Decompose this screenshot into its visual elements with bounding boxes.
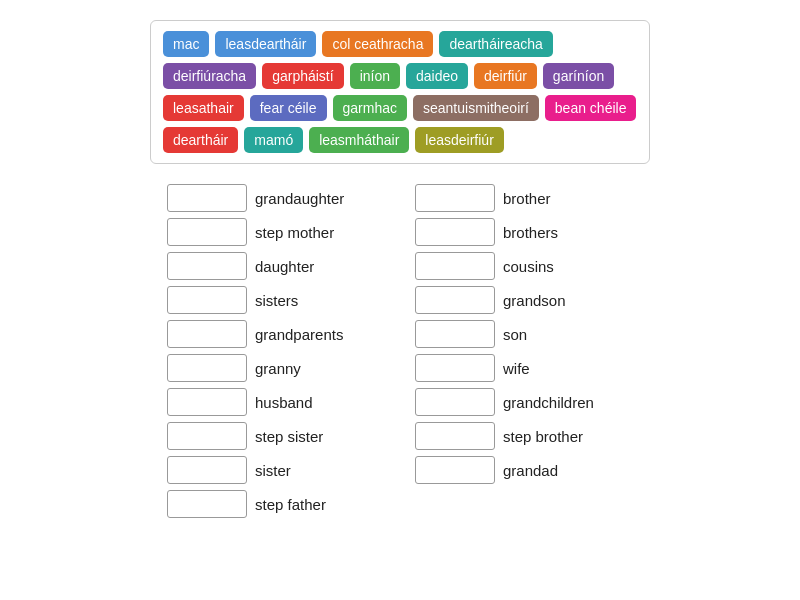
answer-box-stepbrother[interactable]	[415, 422, 495, 450]
match-label-stepsister: step sister	[255, 428, 385, 445]
word-bank: macleasdeartháircol ceathrachadeartháire…	[150, 20, 650, 164]
tag-fear_ceile[interactable]: fear céile	[250, 95, 327, 121]
answer-box-wife[interactable]	[415, 354, 495, 382]
match-label-son: son	[503, 326, 633, 343]
tag-garmhac[interactable]: garmhac	[333, 95, 407, 121]
tag-garphaisti[interactable]: garpháistí	[262, 63, 343, 89]
answer-box-grandson[interactable]	[415, 286, 495, 314]
match-label-grandparents: grandparents	[255, 326, 385, 343]
match-label-cousins: cousins	[503, 258, 633, 275]
match-row-brothers: brothers	[415, 218, 633, 246]
tag-daideo[interactable]: daideo	[406, 63, 468, 89]
match-label-daughter: daughter	[255, 258, 385, 275]
answer-box-son[interactable]	[415, 320, 495, 348]
answer-box-cousins[interactable]	[415, 252, 495, 280]
match-label-stepmother: step mother	[255, 224, 385, 241]
match-label-grandad: grandad	[503, 462, 633, 479]
match-row-husband: husband	[167, 388, 385, 416]
match-label-brothers: brothers	[503, 224, 633, 241]
match-row-granddaughter: grandaughter	[167, 184, 385, 212]
match-row-grandparents: grandparents	[167, 320, 385, 348]
matching-area: grandaughterstep motherdaughtersistersgr…	[60, 184, 740, 524]
match-row-sisters: sisters	[167, 286, 385, 314]
match-label-husband: husband	[255, 394, 385, 411]
tag-dearthairea[interactable]: deartháireacha	[439, 31, 552, 57]
answer-box-stepsister[interactable]	[167, 422, 247, 450]
tag-bean_cheile[interactable]: bean chéile	[545, 95, 637, 121]
answer-box-husband[interactable]	[167, 388, 247, 416]
tag-garinion[interactable]: garíníon	[543, 63, 614, 89]
answer-box-brother[interactable]	[415, 184, 495, 212]
match-row-wife: wife	[415, 354, 633, 382]
answer-box-brothers[interactable]	[415, 218, 495, 246]
answer-box-sister[interactable]	[167, 456, 247, 484]
tag-leasmhathair[interactable]: leasmháthair	[309, 127, 409, 153]
tag-leasdearthair[interactable]: leasdeartháir	[215, 31, 316, 57]
tag-mac[interactable]: mac	[163, 31, 209, 57]
match-row-son: son	[415, 320, 633, 348]
match-label-granddaughter: grandaughter	[255, 190, 385, 207]
right-column: brotherbrotherscousinsgrandsonsonwifegra…	[415, 184, 633, 524]
match-row-stepsister: step sister	[167, 422, 385, 450]
match-row-daughter: daughter	[167, 252, 385, 280]
match-label-grandchildren: grandchildren	[503, 394, 633, 411]
match-label-wife: wife	[503, 360, 633, 377]
tag-deirfiuracha[interactable]: deirfiúracha	[163, 63, 256, 89]
left-column: grandaughterstep motherdaughtersistersgr…	[167, 184, 385, 524]
answer-box-granddaughter[interactable]	[167, 184, 247, 212]
tag-mamo[interactable]: mamó	[244, 127, 303, 153]
match-row-grandson: grandson	[415, 286, 633, 314]
answer-box-grandchildren[interactable]	[415, 388, 495, 416]
match-label-stepfather: step father	[255, 496, 385, 513]
match-row-stepbrother: step brother	[415, 422, 633, 450]
match-row-granny: granny	[167, 354, 385, 382]
tag-dearthair[interactable]: deartháir	[163, 127, 238, 153]
answer-box-sisters[interactable]	[167, 286, 247, 314]
match-label-grandson: grandson	[503, 292, 633, 309]
match-label-brother: brother	[503, 190, 633, 207]
match-row-stepmother: step mother	[167, 218, 385, 246]
match-label-sister: sister	[255, 462, 385, 479]
tag-inion[interactable]: iníon	[350, 63, 400, 89]
answer-box-daughter[interactable]	[167, 252, 247, 280]
match-label-granny: granny	[255, 360, 385, 377]
match-row-grandad: grandad	[415, 456, 633, 484]
tag-leasdeirfiur[interactable]: leasdeirfiúr	[415, 127, 503, 153]
match-row-sister: sister	[167, 456, 385, 484]
answer-box-granny[interactable]	[167, 354, 247, 382]
tag-seantuismitheoiri[interactable]: seantuismitheoirí	[413, 95, 539, 121]
tag-deirfiur[interactable]: deirfiúr	[474, 63, 537, 89]
tag-leasathair[interactable]: leasathair	[163, 95, 244, 121]
match-label-stepbrother: step brother	[503, 428, 633, 445]
match-row-brother: brother	[415, 184, 633, 212]
match-row-stepfather: step father	[167, 490, 385, 518]
match-label-sisters: sisters	[255, 292, 385, 309]
answer-box-stepmother[interactable]	[167, 218, 247, 246]
match-row-cousins: cousins	[415, 252, 633, 280]
answer-box-grandparents[interactable]	[167, 320, 247, 348]
answer-box-stepfather[interactable]	[167, 490, 247, 518]
tag-col_ceathracha[interactable]: col ceathracha	[322, 31, 433, 57]
match-row-grandchildren: grandchildren	[415, 388, 633, 416]
answer-box-grandad[interactable]	[415, 456, 495, 484]
